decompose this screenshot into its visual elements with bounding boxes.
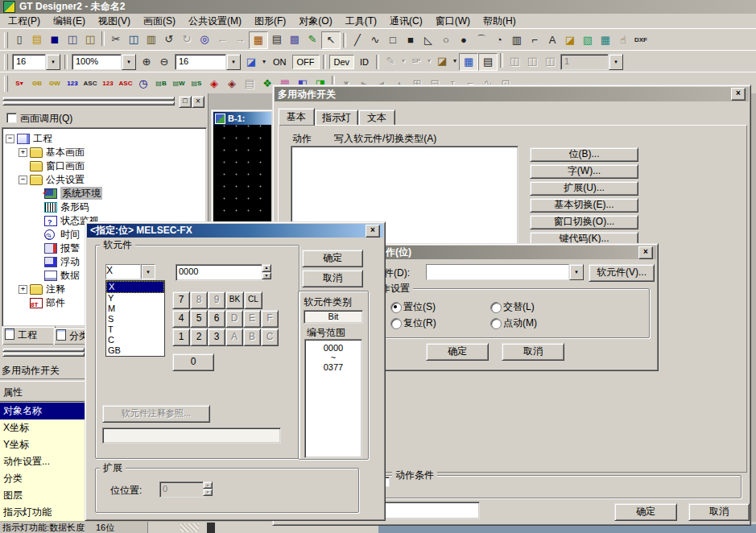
device-button[interactable]: 软元件(V)...: [589, 264, 655, 282]
key-2[interactable]: 2: [190, 328, 208, 346]
status-scrollbar[interactable]: [180, 523, 199, 532]
switch-dialog-titlebar[interactable]: 多用动作开关 ×: [275, 87, 749, 101]
dropdown-arrow-icon[interactable]: ▼: [46, 54, 60, 70]
panel-grab-bar[interactable]: [2, 97, 175, 101]
bit-button[interactable]: 位(B)...: [530, 147, 638, 162]
key-1[interactable]: 1: [172, 328, 190, 346]
circle-icon[interactable]: ○: [437, 32, 455, 48]
device-dialog-titlebar[interactable]: <指定:位> MELSEC-FX ×: [87, 224, 383, 238]
bit-dialog-titlebar[interactable]: 动作(位) ×: [358, 246, 656, 259]
droplist-item[interactable]: Y: [106, 293, 164, 304]
library-icon[interactable]: ▩: [286, 31, 304, 48]
zoom-out-icon[interactable]: ⊖: [155, 54, 173, 70]
expand-icon[interactable]: +: [19, 148, 27, 157]
key-3[interactable]: 3: [208, 328, 225, 346]
key-4[interactable]: 4: [172, 310, 190, 328]
window-switch-button[interactable]: 窗口切换(O)...: [530, 215, 638, 229]
screen-image-icon[interactable]: ▦: [597, 32, 614, 48]
dropdown-arrow-icon[interactable]: ▼: [141, 264, 155, 279]
droplist-item[interactable]: M: [106, 304, 164, 314]
toolbar-grip[interactable]: [4, 54, 8, 70]
zoom-combo[interactable]: 100%▼: [72, 54, 136, 70]
key-bk[interactable]: BK: [225, 291, 244, 309]
toolbar-grip[interactable]: [4, 76, 8, 92]
piping-icon[interactable]: ⌐: [526, 32, 543, 48]
ok-button[interactable]: 确定: [426, 343, 489, 361]
panel-grab-bar[interactable]: [2, 348, 85, 352]
key-0[interactable]: 0: [172, 353, 214, 371]
sector-icon[interactable]: ◔: [490, 32, 508, 48]
paste-icon[interactable]: ▥: [143, 31, 160, 48]
alternate-radio[interactable]: [490, 302, 502, 313]
ok-button[interactable]: 确定: [614, 503, 677, 521]
cut-icon[interactable]: ✂: [107, 31, 125, 48]
ink-style-icon[interactable]: ◪: [433, 53, 451, 69]
save-file-icon[interactable]: ◼: [46, 31, 64, 48]
word-button[interactable]: 字(W)...: [530, 164, 638, 179]
comment-super-icon[interactable]: ▤S: [188, 76, 205, 92]
menu-communication[interactable]: 通讯(C): [383, 14, 429, 29]
open-screen-icon[interactable]: ◫: [64, 31, 81, 48]
lamp-bit-icon[interactable]: ʘB: [28, 76, 46, 92]
ascii-display-icon[interactable]: ASC: [81, 76, 99, 92]
font-size-combo[interactable]: 16▼: [12, 54, 60, 70]
base-switch-button[interactable]: 基本切换(E)...: [530, 198, 638, 213]
set-radio[interactable]: [390, 302, 402, 313]
key-cl[interactable]: CL: [244, 291, 262, 309]
tab-lamp[interactable]: 指示灯: [315, 109, 358, 126]
paint-icon[interactable]: ◪: [561, 32, 579, 48]
expand-icon[interactable]: +: [19, 285, 27, 294]
draw-pen-icon[interactable]: ✎: [304, 31, 321, 48]
menu-project[interactable]: 工程(P): [2, 14, 47, 29]
cancel-button[interactable]: 取消: [688, 503, 750, 521]
fill-dropdown-icon[interactable]: ▾: [260, 54, 268, 70]
switch-menu-icon[interactable]: S▾: [10, 76, 28, 92]
ascii-input-icon[interactable]: ASC: [117, 76, 134, 92]
key-5[interactable]: 5: [190, 310, 208, 328]
panel-maximize-button[interactable]: □: [179, 96, 192, 108]
property-list-icon[interactable]: ▤: [268, 31, 286, 48]
text-icon[interactable]: A: [543, 32, 561, 48]
data-view-icon[interactable]: ▤: [478, 53, 498, 71]
close-button[interactable]: ×: [731, 88, 746, 101]
close-button[interactable]: ×: [638, 246, 653, 259]
momentary-radio[interactable]: [490, 318, 502, 329]
menu-view[interactable]: 视图(V): [92, 14, 137, 29]
fill-color-icon[interactable]: ◪: [242, 54, 260, 70]
menu-edit[interactable]: 编辑(E): [47, 14, 92, 29]
tab-basic[interactable]: 基本: [278, 108, 315, 126]
panel-grab-bar[interactable]: [2, 101, 175, 105]
line-icon[interactable]: ╱: [349, 32, 366, 48]
scale-icon[interactable]: ▥: [508, 32, 526, 48]
editor-titlebar[interactable]: B-1:: [213, 112, 271, 125]
new-file-icon[interactable]: ▯: [10, 31, 28, 48]
polygon-icon[interactable]: ◺: [419, 32, 437, 48]
device-combobox[interactable]: ▼: [426, 264, 584, 280]
ok-button[interactable]: 确定: [302, 250, 363, 267]
ink-dropdown-icon[interactable]: ▾: [451, 53, 459, 69]
menu-help[interactable]: 帮助(H): [477, 14, 523, 29]
droplist-item[interactable]: T: [106, 324, 164, 335]
clock-display-icon[interactable]: ◷: [134, 76, 152, 92]
panel-close-button[interactable]: ×: [192, 96, 204, 108]
droplist-item[interactable]: C: [106, 335, 164, 345]
key-7[interactable]: 7: [172, 291, 190, 309]
grid-combo[interactable]: 16▼: [175, 54, 241, 70]
open-file-icon[interactable]: ▤: [28, 31, 46, 48]
toggle-off[interactable]: OFF: [292, 55, 320, 69]
numeric-display-icon[interactable]: 123: [64, 76, 81, 92]
filled-circle-icon[interactable]: ●: [455, 32, 473, 48]
spin-down-icon[interactable]: ▼: [262, 272, 271, 280]
toggle-id[interactable]: ID: [356, 56, 373, 68]
tab-project[interactable]: 工程: [2, 326, 56, 345]
collapse-icon[interactable]: −: [19, 176, 27, 184]
comment-bit-icon[interactable]: ▤B: [152, 76, 170, 92]
image-icon[interactable]: ▧: [579, 32, 597, 48]
toolbar-grip[interactable]: [4, 32, 8, 48]
dxf-import-icon[interactable]: DXF: [632, 32, 650, 48]
copy-icon[interactable]: ◫: [125, 31, 143, 48]
toggle-on[interactable]: ON: [269, 56, 291, 68]
menu-screen[interactable]: 画面(S): [137, 14, 182, 29]
dropdown-arrow-icon[interactable]: ▼: [122, 54, 136, 70]
undo-icon[interactable]: ↺: [160, 31, 178, 48]
